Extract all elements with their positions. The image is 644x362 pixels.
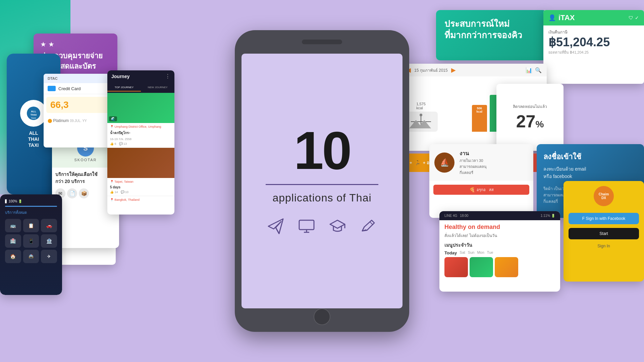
samsung-icon-4[interactable]: 🏥	[5, 234, 21, 248]
start-btn[interactable]: Start	[569, 228, 639, 239]
svg-text:ALL: ALL	[31, 110, 36, 113]
health-date: 15 กุมภาพันธ์ 2015	[414, 67, 448, 73]
itax-amount: ฿51,204.25	[548, 35, 639, 49]
journey-tab-new[interactable]: NEW JOURNEY	[141, 83, 174, 92]
samsung-icon-9[interactable]: ✈	[41, 250, 57, 263]
samsung-icon-3[interactable]: 🚗	[41, 219, 57, 232]
samsung-icon-1[interactable]: 🚌	[5, 219, 21, 232]
samsung-status: ▋ 100% 🔋	[5, 199, 57, 203]
login-card-body: 🍕 อรุกอ สส	[429, 181, 533, 201]
day-mon[interactable]: Mon	[477, 250, 484, 255]
samsung-icon-2[interactable]: 📋	[23, 219, 39, 232]
yellow-food-logo: ChaimDX	[564, 181, 644, 211]
journey-meta-1: 👍 6 💬 13	[107, 142, 174, 147]
percent-value: 27%	[516, 111, 544, 131]
phone-icon-plane	[267, 218, 284, 239]
phone-icon-pencil	[360, 218, 377, 239]
phone-divider	[266, 184, 378, 185]
samsung-phone-card: ▋ 100% 🔋 บริการทั้งหมด 🚌 📋 🚗 🏥 📱 🏦 🏠 🚔 ✈	[0, 194, 62, 295]
green-promo-card: ประสบการณ์ใหม่ที่มากกว่าการจองคิว	[436, 10, 547, 60]
sign-in-link[interactable]: Sign In	[564, 241, 644, 251]
healthy-carrier: LINE 4G	[444, 214, 457, 218]
svg-marker-14	[330, 220, 345, 228]
svg-text:TAXI: TAXI	[31, 117, 36, 119]
samsung-icon-8[interactable]: 🚔	[23, 250, 39, 263]
itax-header: 👤 iTAX 🛡✓	[543, 10, 644, 25]
login-card: ⛵ งาน ภายในเวลา 30 สามารถผลแคลนุ กี่แคลอ…	[429, 144, 533, 218]
divider	[569, 226, 639, 226]
day-today[interactable]: Today	[444, 250, 457, 255]
healthy-demand-header: LINE 4G 18:00 1:11% 🔋	[439, 211, 560, 220]
itax-sub: ยอดตามที่ยื่น ฿41,204.25	[548, 49, 639, 55]
healthy-demand-title: Healthy on demand	[439, 220, 560, 232]
dtac-label: DTAC	[48, 76, 58, 80]
journey-tab-top[interactable]: TOP JOURNEY	[107, 83, 141, 92]
credit-card-icon	[48, 86, 56, 91]
percent-card: ลิตรลดหย่อนไม่แล้ว 27%	[496, 84, 564, 151]
skootar-icons: ✉ 📄 📦	[55, 188, 116, 198]
skootar-service-text: บริการให้คุณเลือกใช้กว่า 20 บริการ	[55, 171, 116, 185]
itax-body: เงินคืนภาษี ฿51,204.25 ยอดตามที่ยื่น ฿41…	[543, 25, 644, 59]
journey-card: Journey ⋮ TOP JOURNEY NEW JOURNEY 🌊 📍 Um…	[107, 70, 174, 215]
phone-home-button[interactable]	[314, 308, 330, 325]
food-sub2: กี่แคลอรี่	[460, 170, 487, 176]
journey-location-2: 📍 Taipei, Taiwan	[107, 178, 174, 185]
food-img-2	[470, 257, 493, 277]
svg-rect-11	[299, 220, 314, 230]
food-desc: ภายในเวลา 30	[460, 158, 487, 164]
facebook-signin-btn[interactable]: F Sign In with Facebook	[569, 213, 639, 224]
journey-title: Journey	[111, 74, 129, 79]
food-delivery-logo: ChaimDX	[594, 186, 614, 206]
itax-label: เงินคืนภาษี	[548, 29, 639, 35]
samsung-icon-7[interactable]: 🏠	[5, 250, 21, 263]
phone-speaker	[302, 40, 342, 44]
credit-card-label: Credit Card	[58, 86, 80, 91]
food-service-name: งาน	[460, 149, 487, 158]
food-img-1	[444, 257, 468, 277]
healthy-battery: 1:11% 🔋	[541, 214, 555, 218]
journey-item-1: 🌊 📍 Umphang District Office, Umphang น้ำ…	[107, 93, 174, 148]
samsung-label: บริการทั้งหมด	[5, 209, 57, 216]
healthy-menu-header: เมนูประจำวัน	[439, 239, 560, 250]
svg-line-17	[370, 222, 373, 225]
samsung-icon-6[interactable]: 🏦	[41, 234, 57, 248]
all-thai-logo: ALL THAI TAXI	[20, 100, 47, 127]
itax-card: 👤 iTAX 🛡✓ เงินคืนภาษี ฿51,204.25 ยอดตามท…	[543, 10, 644, 84]
samsung-icon-5[interactable]: 📱	[23, 234, 39, 248]
svg-text:THAI: THAI	[31, 113, 37, 116]
journey-img-2	[107, 148, 174, 178]
percent-label: ลิตรลดหย่อนไม่แล้ว	[513, 103, 547, 110]
journey-meta-2: 👍 14 💬 10	[107, 190, 174, 196]
food-img-3	[495, 257, 518, 277]
center-phone: 10 applications of Thai	[235, 30, 409, 332]
all-thai-text: ALL	[29, 130, 38, 136]
login-card-header: ⛵ งาน ภายในเวลา 30 สามารถผลแคลนุ กี่แคลอ…	[429, 144, 533, 181]
journey-desc-2: 5 days	[107, 185, 174, 190]
journey-header: Journey ⋮	[107, 70, 174, 82]
day-sat[interactable]: Sat	[460, 250, 465, 255]
journey-item-2: 📍 Taipei, Taiwan 5 days 👍 14 💬 10	[107, 148, 174, 196]
all-thai-text3: TAXI	[29, 142, 39, 148]
healthy-status-bar: LINE 4G 18:00	[444, 214, 468, 218]
journey-tabs: TOP JOURNEY NEW JOURNEY	[107, 82, 174, 93]
phone-icons	[267, 218, 377, 239]
day-tue[interactable]: Tue	[487, 250, 493, 255]
healthy-food-images	[439, 255, 560, 279]
healthy-demand-card: LINE 4G 18:00 1:11% 🔋 Healthy on demand …	[439, 211, 560, 292]
samsung-screen: ▋ 100% 🔋 บริการทั้งหมด 🚌 📋 🚗 🏥 📱 🏦 🏠 🚔 ✈	[0, 194, 62, 295]
svg-marker-9	[268, 219, 283, 234]
itax-title: iTAX	[558, 13, 575, 22]
svg-marker-8	[418, 120, 431, 128]
register-title: ลงชื่อเข้าใช้	[543, 151, 637, 163]
all-thai-text2: THAI	[28, 136, 39, 142]
phone-screen: 10 applications of Thai	[241, 54, 402, 308]
samsung-grid: 🚌 📋 🚗 🏥 📱 🏦 🏠 🚔 ✈	[5, 219, 57, 263]
food-brand: 🍕 อรุกอ สส	[433, 185, 529, 195]
journey-location-3: 📍 Bangkok, Thailand	[107, 196, 174, 203]
phone-icon-monitor	[298, 218, 315, 239]
svg-point-6	[420, 114, 422, 116]
phone-body: 10 applications of Thai	[235, 30, 409, 332]
journey-location-1: 📍 Umphang District Office, Umphang	[107, 123, 174, 130]
day-sun[interactable]: Sun	[468, 250, 475, 255]
food-logo-circle: ⛵	[434, 153, 454, 173]
